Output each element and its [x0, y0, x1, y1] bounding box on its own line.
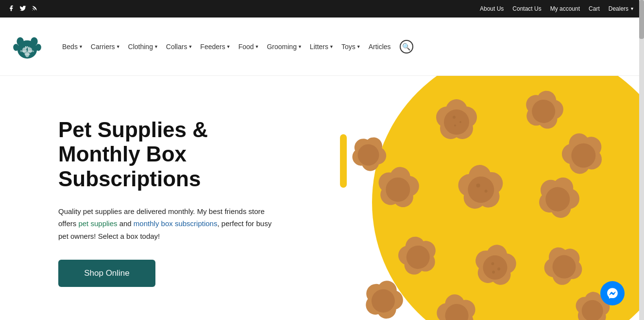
- nav-item-carriers[interactable]: Carriers ▼: [88, 41, 123, 53]
- nav-item-toys[interactable]: Toys ▼: [339, 41, 364, 53]
- cart-link[interactable]: Cart: [589, 5, 600, 12]
- grooming-chevron-icon: ▼: [298, 44, 302, 49]
- hero-image: [301, 76, 644, 320]
- svg-point-20: [454, 124, 456, 126]
- shop-online-button[interactable]: Shop Online: [58, 260, 155, 287]
- hero-description: Quality pet supplies are delivered month…: [58, 205, 282, 243]
- svg-point-3: [31, 37, 37, 45]
- nav-bar: My Best Friends Store Beds ▼ Carriers ▼ …: [0, 18, 644, 76]
- treats-image: [321, 90, 612, 320]
- svg-point-4: [13, 44, 19, 51]
- nav-item-collars[interactable]: Collars ▼: [163, 41, 196, 53]
- top-bar: About Us Contact Us My account Cart Deal…: [0, 0, 644, 18]
- svg-point-5: [35, 44, 41, 51]
- logo[interactable]: My Best Friends Store: [10, 29, 45, 64]
- logo-paw-icon: My Best Friends Store: [10, 29, 45, 64]
- hero-desc-highlight2: monthly box subscriptions: [134, 219, 218, 228]
- litters-chevron-icon: ▼: [329, 44, 334, 49]
- nav-item-litters[interactable]: Litters ▼: [307, 41, 337, 53]
- scrollbar-thumb[interactable]: [639, 0, 644, 39]
- nav-item-beds[interactable]: Beds ▼: [59, 41, 86, 53]
- dealers-chevron-icon: ▼: [630, 6, 634, 11]
- collars-chevron-icon: ▼: [188, 44, 192, 49]
- messenger-button[interactable]: [600, 281, 625, 305]
- messenger-icon: [606, 287, 619, 300]
- hero-desc-highlight1: pet supplies: [78, 219, 117, 228]
- my-account-link[interactable]: My account: [550, 5, 580, 12]
- social-links: [8, 5, 38, 13]
- beds-chevron-icon: ▼: [79, 44, 83, 49]
- main-nav: Beds ▼ Carriers ▼ Clothing ▼ Collars ▼ F…: [59, 40, 634, 53]
- carriers-chevron-icon: ▼: [116, 44, 120, 49]
- nav-item-grooming[interactable]: Grooming ▼: [264, 41, 305, 53]
- nav-item-clothing[interactable]: Clothing ▼: [125, 41, 161, 53]
- nav-item-articles[interactable]: Articles: [366, 41, 394, 53]
- rss-icon[interactable]: [31, 5, 38, 13]
- clothing-chevron-icon: ▼: [154, 44, 158, 49]
- svg-point-2: [17, 37, 23, 45]
- hero-desc-part2: and: [117, 219, 133, 228]
- hero-section: Pet Supplies & Monthly Box Subscriptions…: [0, 76, 644, 320]
- svg-point-17: [444, 109, 469, 135]
- svg-point-18: [453, 116, 456, 119]
- svg-point-0: [32, 10, 33, 10]
- contact-us-link[interactable]: Contact Us: [512, 5, 541, 12]
- nav-item-feeders[interactable]: Feeders ▼: [197, 41, 233, 53]
- search-icon: 🔍: [402, 43, 410, 51]
- hero-title: Pet Supplies & Monthly Box Subscriptions: [58, 118, 282, 192]
- facebook-icon[interactable]: [8, 5, 15, 13]
- svg-text:Store: Store: [24, 53, 30, 55]
- search-button[interactable]: 🔍: [400, 40, 413, 53]
- food-chevron-icon: ▼: [255, 44, 259, 49]
- toys-chevron-icon: ▼: [356, 44, 361, 49]
- scrollbar[interactable]: [639, 0, 644, 320]
- twitter-icon[interactable]: [19, 5, 26, 13]
- svg-point-19: [459, 121, 461, 123]
- svg-text:My: My: [25, 45, 30, 49]
- svg-text:Best Friends: Best Friends: [20, 49, 34, 52]
- nav-item-food[interactable]: Food ▼: [236, 41, 262, 53]
- hero-content: Pet Supplies & Monthly Box Subscriptions…: [0, 76, 301, 320]
- feeders-chevron-icon: ▼: [226, 44, 231, 49]
- about-us-link[interactable]: About Us: [480, 5, 504, 12]
- top-nav-links: About Us Contact Us My account Cart Deal…: [480, 5, 634, 12]
- dealers-link[interactable]: Dealers ▼: [609, 5, 634, 12]
